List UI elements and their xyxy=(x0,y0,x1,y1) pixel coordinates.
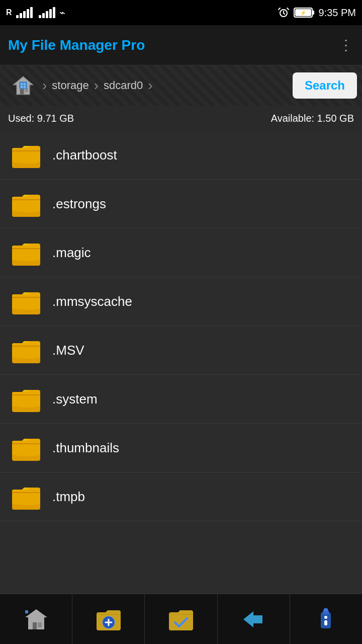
bookmark-folder-icon xyxy=(167,606,195,632)
file-name: .system xyxy=(52,391,98,407)
breadcrumb-chevron-3: › xyxy=(148,77,152,94)
signal-strength xyxy=(16,7,33,18)
add-folder-icon xyxy=(95,606,123,632)
list-item[interactable]: .mmsyscache xyxy=(0,277,362,326)
breadcrumb-sdcard[interactable]: sdcard0 xyxy=(100,79,147,92)
home-breadcrumb-button[interactable] xyxy=(5,68,41,103)
folder-icon xyxy=(8,189,44,219)
more-options-button[interactable]: ⋮ xyxy=(339,37,354,53)
nav-info-button[interactable] xyxy=(290,594,362,644)
breadcrumb-bar: › storage › sdcard0 › Search xyxy=(0,65,362,106)
folder-icon xyxy=(8,433,44,463)
svg-text:⚡: ⚡ xyxy=(300,10,307,16)
breadcrumb-storage[interactable]: storage xyxy=(48,79,93,92)
svg-rect-9 xyxy=(21,83,23,85)
list-item[interactable]: .system xyxy=(0,375,362,424)
nav-add-button[interactable] xyxy=(72,594,145,644)
folder-icon xyxy=(8,237,44,268)
svg-rect-23 xyxy=(324,608,328,611)
file-name: .magic xyxy=(52,245,91,261)
svg-rect-11 xyxy=(21,86,23,88)
svg-rect-10 xyxy=(24,83,26,85)
list-item[interactable]: .magic xyxy=(0,228,362,277)
folder-icon xyxy=(8,140,44,170)
alarm-icon xyxy=(278,7,290,19)
list-item[interactable]: .estrongs xyxy=(0,180,362,228)
svg-rect-2 xyxy=(312,11,314,15)
clock: 9:35 PM xyxy=(319,7,356,19)
app-title: My File Manager Pro xyxy=(8,37,145,53)
svg-rect-12 xyxy=(24,86,26,88)
folder-icon xyxy=(8,335,44,365)
svg-rect-14 xyxy=(33,622,37,629)
list-item[interactable]: .tmpb xyxy=(0,472,362,521)
nav-home-button[interactable] xyxy=(0,594,72,644)
folder-icon xyxy=(8,481,44,512)
file-name: .tmpb xyxy=(52,489,85,505)
file-name: .MSV xyxy=(52,343,84,358)
list-item[interactable]: .chartboost xyxy=(0,131,362,180)
usb-icon: ⌁ xyxy=(59,7,65,19)
storage-used: Used: 9.71 GB xyxy=(8,113,74,124)
svg-rect-16 xyxy=(38,622,42,627)
svg-rect-8 xyxy=(19,82,27,89)
svg-marker-20 xyxy=(243,611,262,627)
nav-back-button[interactable] xyxy=(218,594,290,644)
search-button[interactable]: Search xyxy=(293,72,357,99)
battery-icon: ⚡ xyxy=(294,7,315,19)
svg-rect-15 xyxy=(25,610,28,613)
storage-bar: Used: 9.71 GB Available: 1.50 GB xyxy=(0,106,362,131)
folder-icon xyxy=(8,384,44,414)
signal-strength-2 xyxy=(39,7,55,18)
file-name: .chartboost xyxy=(52,147,117,163)
list-item[interactable]: .MSV xyxy=(0,326,362,375)
back-arrow-icon xyxy=(240,606,266,632)
carrier-label: R xyxy=(6,8,12,17)
nav-bookmarks-button[interactable] xyxy=(145,594,217,644)
status-bar: R ⌁ ⚡ 9:35 PM xyxy=(0,0,362,25)
svg-rect-25 xyxy=(324,620,327,625)
breadcrumb-chevron-2: › xyxy=(94,77,99,94)
file-name: .mmsyscache xyxy=(52,294,132,309)
info-icon xyxy=(316,606,336,632)
bottom-nav xyxy=(0,594,362,644)
file-list: .chartboost .estrongs .magic xyxy=(0,131,362,594)
svg-point-24 xyxy=(324,616,327,619)
breadcrumb-chevron-1: › xyxy=(42,77,47,94)
storage-available: Available: 1.50 GB xyxy=(271,113,354,124)
title-bar: My File Manager Pro ⋮ xyxy=(0,25,362,65)
home-nav-icon xyxy=(23,606,49,632)
folder-icon xyxy=(8,286,44,316)
svg-rect-6 xyxy=(20,88,24,95)
file-name: .estrongs xyxy=(52,196,106,212)
list-item[interactable]: .thumbnails xyxy=(0,424,362,472)
file-name: .thumbnails xyxy=(52,440,119,456)
